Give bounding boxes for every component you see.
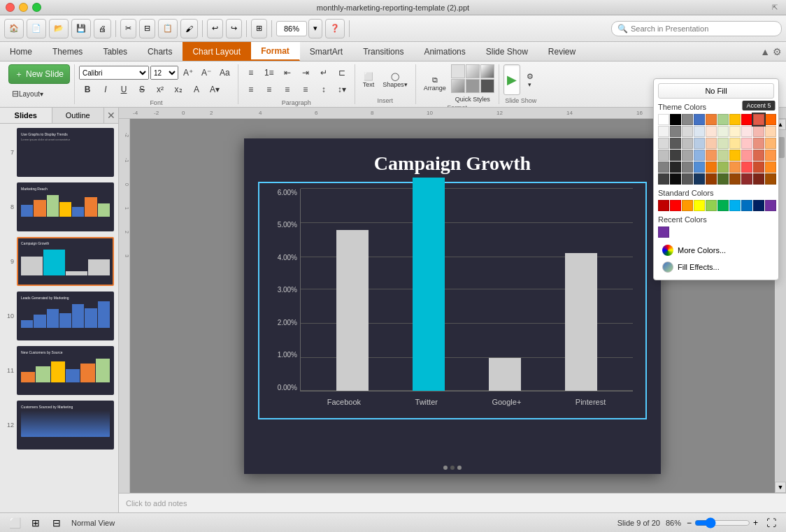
columns-btn[interactable]: ⊏ [334,64,350,81]
window-controls[interactable] [6,3,41,12]
theme-color-32[interactable] [682,150,693,161]
theme-color-9[interactable] [765,114,776,125]
theme-color-54[interactable] [706,173,717,185]
font-color-btn[interactable]: A [188,81,205,98]
ribbon-settings-icon[interactable]: ⚙ [773,46,782,57]
std-color-2[interactable] [682,200,693,211]
search-input[interactable] [631,24,776,33]
std-color-7[interactable] [741,200,752,211]
view-btn[interactable]: ⊞ [251,19,267,38]
align-center-btn[interactable]: ≡ [261,81,278,98]
theme-color-41[interactable] [670,161,681,173]
theme-color-36[interactable] [729,150,741,161]
std-color-0[interactable] [658,200,669,211]
more-colors-btn[interactable]: More Colors... [658,242,774,259]
tab-slide-show[interactable]: Slide Show [476,42,538,61]
slide-item-8[interactable]: 8 Marketing Reach [3,181,115,233]
theme-color-20[interactable] [658,138,669,149]
fill-effects-btn[interactable]: Fill Effects... [658,259,774,275]
bar-twitter-rect[interactable] [413,178,445,391]
zoom-dropdown[interactable]: ▾ [308,19,322,38]
theme-color-57[interactable] [741,173,752,185]
tab-home[interactable]: Home [0,42,43,61]
slide-canvas[interactable]: Campaign Growth 6.00% 5.00% 4.00% 3.00% … [244,138,661,474]
theme-color-19[interactable] [765,126,776,137]
slide-thumb-12[interactable]: Customers Sourced by Marketing [17,401,114,450]
collapse-btn[interactable]: ⇱ [769,2,780,13]
zoom-range-input[interactable] [694,517,750,529]
theme-color-38[interactable] [753,150,764,161]
format-painter-btn[interactable]: 🖌 [180,19,198,38]
theme-color-40[interactable] [658,161,669,173]
text-box-btn[interactable]: ⬜ Text [359,64,378,95]
tab-themes[interactable]: Themes [43,42,93,61]
theme-color-25[interactable] [717,138,729,149]
font-family-select[interactable]: Calibri [79,66,149,80]
indent-btn[interactable]: ⇥ [297,64,314,81]
theme-color-59[interactable] [765,173,776,185]
theme-color-30[interactable] [658,150,669,161]
theme-color-48[interactable] [753,161,764,173]
line-spacing-btn[interactable]: ↕ [315,81,332,98]
paste-btn[interactable]: 📋 [158,19,178,38]
new-slide-btn[interactable]: ＋ New Slide [8,64,70,84]
superscript-btn[interactable]: x² [152,81,169,98]
std-color-1[interactable] [670,200,681,211]
no-fill-btn[interactable]: No Fill [658,83,774,99]
justify-btn[interactable]: ≡ [297,81,314,98]
theme-color-56[interactable] [729,173,741,185]
shapes-btn[interactable]: ◯ Shapes▾ [379,64,411,95]
theme-color-0[interactable] [658,114,669,125]
theme-color-22[interactable] [682,138,693,149]
theme-color-31[interactable] [670,150,681,161]
ribbon-up-arrow[interactable]: ▲ [760,46,770,57]
new-file-btn[interactable]: 📄 [27,19,46,38]
theme-color-29[interactable] [765,138,776,149]
style-swatch-1[interactable] [451,64,465,78]
theme-color-33[interactable] [694,150,705,161]
home-icon-btn[interactable]: 🏠 [4,19,24,38]
zoom-slider[interactable]: − + [687,517,758,529]
slide-item-9[interactable]: 9 Campaign Growth [3,236,115,287]
chart-container[interactable]: 6.00% 5.00% 4.00% 3.00% 2.00% 1.00% 0.00… [258,182,647,419]
maximize-btn[interactable] [32,3,41,12]
bar-pinterest-rect[interactable] [565,253,597,391]
save-btn[interactable]: 💾 [71,19,91,38]
theme-color-21[interactable] [670,138,681,149]
theme-color-13[interactable] [694,126,705,137]
print-btn[interactable]: 🖨 [94,19,111,38]
style-swatch-6[interactable] [480,79,494,93]
minimize-btn[interactable] [19,3,28,12]
tab-transitions[interactable]: Transitions [353,42,414,61]
theme-color-52[interactable] [682,173,693,185]
std-color-3[interactable] [694,200,705,211]
std-color-4[interactable] [706,200,717,211]
std-color-5[interactable] [717,200,729,211]
theme-color-11[interactable] [670,126,681,137]
bold-btn[interactable]: B [79,81,96,98]
tab-chart-layout[interactable]: Chart Layout [183,42,251,61]
theme-color-18[interactable] [753,126,764,137]
theme-color-27[interactable] [741,138,752,149]
zoom-minus-icon[interactable]: − [687,518,692,528]
copy-btn[interactable]: ⊟ [139,19,155,38]
slide-thumb-8[interactable]: Marketing Reach [17,182,114,231]
bar-google-rect[interactable] [489,358,521,391]
numbering-btn[interactable]: 1≡ [261,64,278,81]
std-color-8[interactable] [753,200,764,211]
subscript-btn[interactable]: x₂ [170,81,187,98]
theme-color-23[interactable] [694,138,705,149]
theme-color-2[interactable] [682,114,693,125]
theme-color-51[interactable] [670,173,681,185]
style-swatch-4[interactable] [451,79,465,93]
theme-color-5[interactable] [717,114,729,125]
theme-color-47[interactable] [741,161,752,173]
open-btn[interactable]: 📂 [49,19,69,38]
theme-color-12[interactable] [682,126,693,137]
tab-outline[interactable]: Outline [52,108,105,123]
style-swatch-2[interactable] [466,64,480,78]
theme-color-50[interactable] [658,173,669,185]
font-size-down-btn[interactable]: A⁻ [198,64,215,81]
cut-btn[interactable]: ✂ [120,19,136,38]
theme-color-6[interactable] [729,114,741,125]
